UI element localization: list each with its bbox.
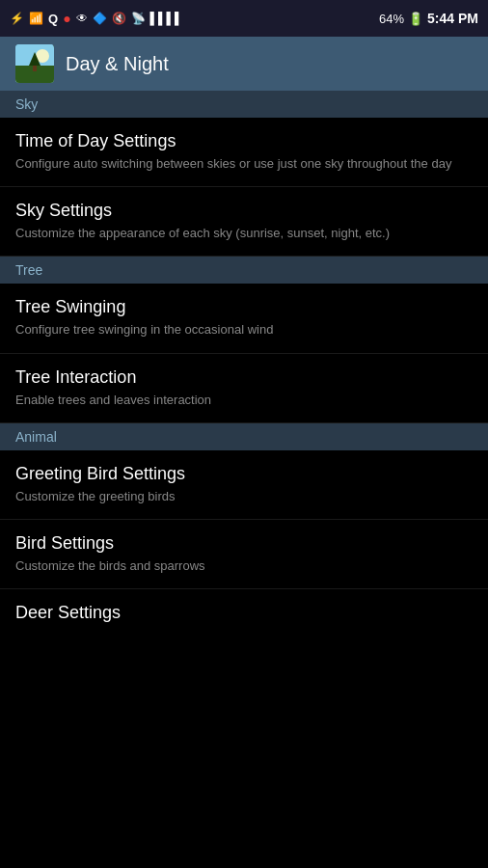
menu-item-sky-settings-subtitle: Customize the appearance of each sky (su… bbox=[15, 225, 473, 242]
battery-percentage: 64% bbox=[379, 12, 404, 26]
status-bar: ⚡ 📶 Q ● 👁 🔷 🔇 📡 ▌▌▌▌ 64% 🔋 5:44 PM bbox=[0, 0, 488, 37]
menu-item-tree-interaction[interactable]: Tree Interaction Enable trees and leaves… bbox=[0, 354, 488, 423]
q-icon: Q bbox=[48, 12, 58, 26]
menu-item-time-of-day-subtitle: Configure auto switching between skies o… bbox=[15, 155, 473, 173]
menu-item-time-of-day[interactable]: Time of Day Settings Configure auto swit… bbox=[0, 118, 488, 187]
section-header-animal: Animal bbox=[0, 423, 488, 450]
battery-icon: 🔋 bbox=[408, 12, 423, 26]
status-bar-left: ⚡ 📶 Q ● 👁 🔷 🔇 📡 ▌▌▌▌ bbox=[10, 11, 183, 26]
usb-icon: ⚡ bbox=[10, 12, 24, 25]
svg-rect-4 bbox=[33, 66, 37, 71]
wifi-icon: 📶 bbox=[29, 12, 43, 25]
record-icon: ● bbox=[63, 11, 70, 26]
menu-item-tree-swinging-subtitle: Configure tree swinging in the occasiona… bbox=[15, 321, 473, 339]
menu-item-tree-interaction-subtitle: Enable trees and leaves interaction bbox=[15, 392, 473, 409]
eye-icon: 👁 bbox=[76, 12, 88, 25]
menu-item-deer-settings[interactable]: Deer Settings bbox=[0, 589, 488, 640]
section-header-sky: Sky bbox=[0, 91, 488, 118]
signal-icon: 📡 bbox=[131, 12, 146, 25]
menu-item-deer-settings-title: Deer Settings bbox=[15, 603, 473, 623]
menu-item-bird-settings[interactable]: Bird Settings Customize the birds and sp… bbox=[0, 520, 488, 589]
status-bar-right: 64% 🔋 5:44 PM bbox=[379, 11, 478, 26]
menu-item-bird-settings-title: Bird Settings bbox=[15, 533, 473, 554]
app-header: Day & Night bbox=[0, 37, 488, 91]
bars-icon: ▌▌▌▌ bbox=[150, 12, 183, 25]
menu-item-bird-settings-subtitle: Customize the birds and sparrows bbox=[15, 557, 473, 575]
menu-item-tree-swinging[interactable]: Tree Swinging Configure tree swinging in… bbox=[0, 284, 488, 353]
mute-icon: 🔇 bbox=[112, 12, 126, 25]
menu-item-time-of-day-title: Time of Day Settings bbox=[15, 131, 473, 151]
menu-item-sky-settings[interactable]: Sky Settings Customize the appearance of… bbox=[0, 187, 488, 257]
menu-item-greeting-bird[interactable]: Greeting Bird Settings Customize the gre… bbox=[0, 450, 488, 520]
menu-item-greeting-bird-title: Greeting Bird Settings bbox=[15, 464, 473, 484]
status-time: 5:44 PM bbox=[427, 11, 478, 26]
app-title: Day & Night bbox=[66, 53, 169, 75]
bluetooth-icon: 🔷 bbox=[93, 12, 107, 25]
menu-item-greeting-bird-subtitle: Customize the greeting birds bbox=[15, 488, 473, 505]
menu-item-tree-interaction-title: Tree Interaction bbox=[15, 367, 473, 388]
app-icon bbox=[15, 44, 54, 83]
menu-item-tree-swinging-title: Tree Swinging bbox=[15, 297, 473, 317]
section-header-tree: Tree bbox=[0, 257, 488, 284]
menu-item-sky-settings-title: Sky Settings bbox=[15, 201, 473, 221]
